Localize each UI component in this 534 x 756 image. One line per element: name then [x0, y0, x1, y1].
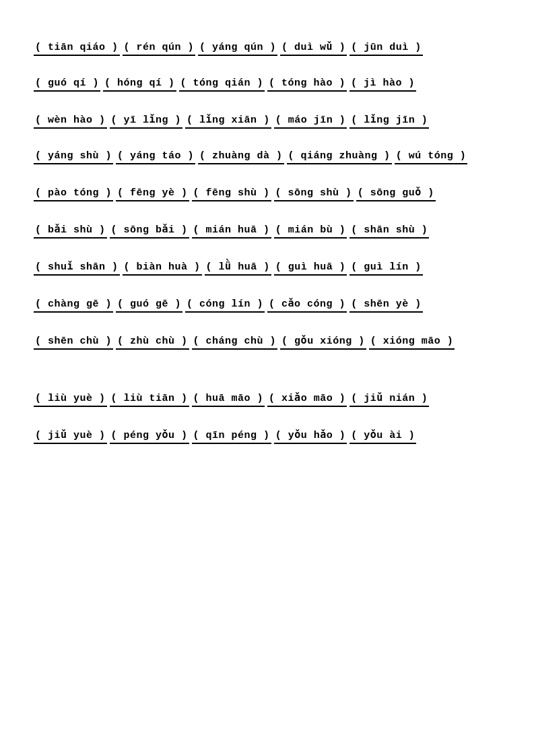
row-11: ( jiǔ yuè )( péng yǒu )( qīn péng )( yǒu… — [34, 429, 500, 447]
item-label: ( xiǎo māo ) — [267, 391, 347, 407]
page: ( tiān qiáo )( rén qún )( yáng qún )( du… — [0, 0, 534, 756]
item-label: ( yáng shù ) — [34, 150, 113, 164]
list-item: ( shēn yè ) — [349, 298, 423, 313]
row-1: ( guó qí )( hóng qí )( tóng qián )( tóng… — [34, 77, 500, 94]
item-label: ( yǒu ài ) — [349, 429, 416, 444]
list-item: ( yáng qún ) — [198, 42, 277, 56]
item-label: ( cháng chù ) — [192, 336, 278, 350]
list-item: ( xiǎo māo ) — [267, 391, 347, 407]
list-item: ( shān shù ) — [349, 224, 429, 239]
item-label: ( pào tóng ) — [34, 187, 113, 201]
item-label: ( hóng qí ) — [103, 77, 176, 92]
item-label: ( tóng hào ) — [267, 77, 347, 92]
list-item: ( huā māo ) — [192, 393, 265, 407]
item-label: ( huā māo ) — [192, 393, 265, 407]
list-item: ( liù yuè ) — [34, 393, 107, 407]
list-item: ( wú tóng ) — [395, 150, 468, 164]
list-item: ( cóng lín ) — [185, 298, 265, 313]
list-item: ( tóng qián ) — [179, 77, 265, 92]
item-label: ( lǐng jīn ) — [349, 113, 429, 129]
list-item: ( guó gē ) — [116, 298, 182, 313]
list-item: ( cháng chù ) — [192, 336, 278, 350]
item-label: ( lǜ huā ) — [205, 260, 271, 276]
list-item: ( yáng táo ) — [116, 150, 195, 164]
row-7: ( chàng gē )( guó gē )( cóng lín )( cǎo … — [34, 297, 500, 315]
list-item: ( mián bù ) — [274, 224, 347, 239]
item-label: ( máo jīn ) — [274, 115, 347, 129]
item-label: ( sōng guǒ ) — [356, 186, 436, 201]
list-item: ( biàn huà ) — [123, 261, 202, 276]
item-label: ( cóng lín ) — [185, 298, 265, 313]
item-label: ( guì huā ) — [274, 261, 347, 276]
list-item: ( liù tiān ) — [110, 393, 189, 407]
list-item: ( jiǔ nián ) — [349, 391, 429, 407]
item-label: ( zhuàng dà ) — [198, 150, 284, 164]
item-label: ( jiǔ yuè ) — [34, 429, 107, 444]
list-item: ( pào tóng ) — [34, 187, 113, 201]
list-item: ( lǐng xiān ) — [185, 113, 271, 129]
item-label: ( yáng qún ) — [198, 42, 277, 56]
list-item: ( guì lín ) — [349, 261, 423, 276]
list-item: ( lǜ huā ) — [205, 260, 271, 276]
item-label: ( mián bù ) — [274, 224, 347, 239]
row-6: ( shuǐ shān )( biàn huà )( lǜ huā )( guì… — [34, 260, 500, 278]
item-label: ( chàng gē ) — [34, 298, 113, 313]
item-label: ( mián huā ) — [192, 224, 271, 239]
item-label: ( liù yuè ) — [34, 393, 107, 407]
item-label: ( gǒu xióng ) — [280, 334, 366, 350]
list-item: ( duì wǔ ) — [280, 40, 347, 56]
list-item: ( rén qún ) — [123, 42, 196, 56]
list-item: ( máo jīn ) — [274, 115, 347, 129]
item-label: ( shēn yè ) — [349, 298, 423, 313]
item-label: ( shēn chù ) — [34, 336, 113, 350]
row-0: ( tiān qiáo )( rén qún )( yáng qún )( du… — [34, 40, 500, 59]
list-item: ( cǎo cóng ) — [267, 297, 347, 313]
item-label: ( bǎi shù ) — [34, 223, 107, 239]
item-label: ( shuǐ shān ) — [34, 260, 120, 276]
item-label: ( guì lín ) — [349, 261, 423, 276]
item-label: ( yáng táo ) — [116, 150, 195, 164]
spacer-9 — [34, 371, 500, 391]
item-label: ( fēng yè ) — [116, 187, 189, 201]
list-item: ( fēng yè ) — [116, 187, 189, 201]
list-item: ( fēng shù ) — [192, 187, 271, 201]
item-label: ( duì wǔ ) — [280, 40, 347, 56]
list-item: ( guó qí ) — [34, 77, 100, 92]
item-label: ( guó gē ) — [116, 298, 182, 313]
item-label: ( yǒu hǎo ) — [274, 429, 347, 444]
row-8: ( shēn chù )( zhù chù )( cháng chù )( gǒ… — [34, 334, 500, 352]
row-5: ( bǎi shù )( sōng bǎi )( mián huā )( miá… — [34, 223, 500, 241]
item-label: ( jì hào ) — [349, 77, 416, 92]
row-2: ( wèn hào )( yī lǐng )( lǐng xiān )( máo… — [34, 113, 500, 131]
list-item: ( jūn duì ) — [349, 42, 423, 56]
item-label: ( fēng shù ) — [192, 187, 271, 201]
list-item: ( zhù chù ) — [116, 336, 189, 350]
list-item: ( tóng hào ) — [267, 77, 347, 92]
item-label: ( yī lǐng ) — [110, 113, 183, 129]
item-label: ( sōng bǎi ) — [110, 223, 189, 239]
list-item: ( mián huā ) — [192, 224, 271, 239]
list-item: ( chàng gē ) — [34, 298, 113, 313]
item-label: ( wèn hào ) — [34, 115, 107, 129]
item-label: ( shān shù ) — [349, 224, 429, 239]
item-label: ( qīn péng ) — [192, 430, 271, 444]
list-item: ( hóng qí ) — [103, 77, 176, 92]
item-label: ( jiǔ nián ) — [349, 391, 429, 407]
item-label: ( cǎo cóng ) — [267, 297, 347, 313]
list-item: ( guì huā ) — [274, 261, 347, 276]
list-item: ( péng yǒu ) — [110, 429, 189, 444]
list-item: ( bǎi shù ) — [34, 223, 107, 239]
item-label: ( biàn huà ) — [123, 261, 202, 276]
item-label: ( tóng qián ) — [179, 77, 265, 92]
row-4: ( pào tóng )( fēng yè )( fēng shù )( sōn… — [34, 186, 500, 204]
list-item: ( qīn péng ) — [192, 430, 271, 444]
list-item: ( sōng bǎi ) — [110, 223, 189, 239]
item-label: ( zhù chù ) — [116, 336, 189, 350]
item-label: ( jūn duì ) — [349, 42, 423, 56]
row-10: ( liù yuè )( liù tiān )( huā māo )( xiǎo… — [34, 391, 500, 410]
row-3: ( yáng shù )( yáng táo )( zhuàng dà )( q… — [34, 150, 500, 167]
item-label: ( sōng shù ) — [274, 187, 354, 201]
list-item: ( gǒu xióng ) — [280, 334, 366, 350]
list-item: ( sōng shù ) — [274, 187, 354, 201]
list-item: ( jì hào ) — [349, 77, 416, 92]
